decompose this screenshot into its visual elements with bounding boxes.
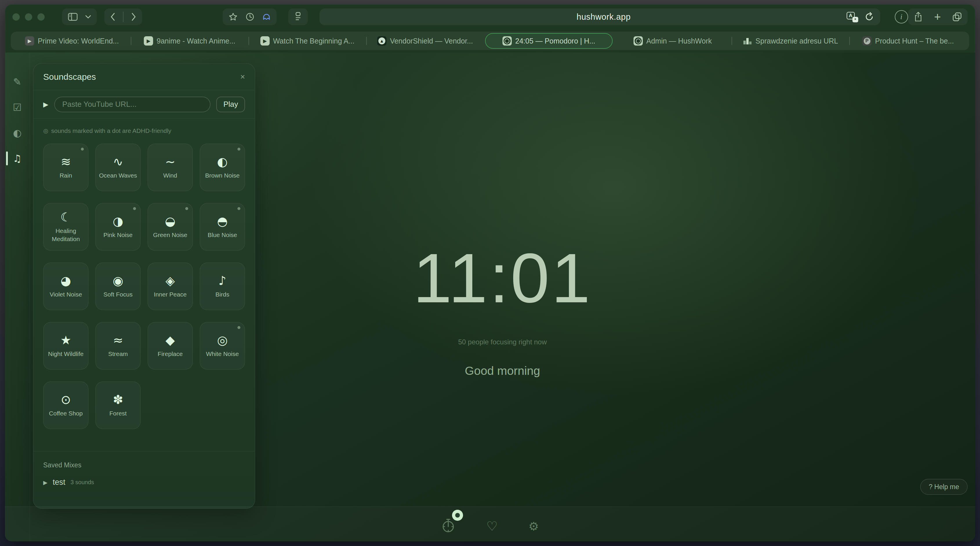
extension-icon[interactable] <box>262 13 271 21</box>
tab-favicon <box>25 36 34 46</box>
sound-tile-birds[interactable]: ♪ Birds <box>200 263 245 310</box>
forest-icon: ✽ <box>113 393 123 406</box>
soft-focus-icon: ◉ <box>113 274 124 287</box>
tab-overview-icon[interactable] <box>953 12 962 21</box>
play-button[interactable]: Play <box>216 97 245 112</box>
soundscapes-header: Soundscapes × <box>33 64 255 90</box>
browser-tab[interactable]: Watch The Beginning A... <box>248 32 366 50</box>
checkbox-icon: ☑ <box>13 102 21 113</box>
forward-button[interactable] <box>131 12 136 21</box>
close-icon[interactable]: × <box>240 73 245 81</box>
sound-tile-brown-noise[interactable]: ◐ Brown Noise <box>200 144 245 191</box>
sound-label: Stream <box>106 350 130 358</box>
close-window-button[interactable] <box>13 13 20 21</box>
bookmarks-star-icon[interactable] <box>229 12 238 21</box>
pink-noise-icon: ◑ <box>113 215 124 228</box>
tab-title: Watch The Beginning A... <box>273 37 355 45</box>
green-noise-icon: ◒ <box>165 215 176 228</box>
tab-favicon <box>743 36 752 46</box>
sidebar-item-tasks[interactable]: ☑ <box>5 101 30 114</box>
saved-mix-row[interactable]: ▶ test 3 sounds <box>33 469 255 487</box>
sound-tile-rain[interactable]: ≋ Rain <box>43 144 88 191</box>
share-icon[interactable] <box>914 11 923 22</box>
mix-play-icon[interactable]: ▶ <box>43 479 48 486</box>
sidebar-item-sounds[interactable]: ♫ <box>5 152 30 165</box>
soundscapes-title: Soundscapes <box>43 72 96 82</box>
sound-tile-stream[interactable]: ≈ Stream <box>95 322 141 370</box>
sound-tile-blue-noise[interactable]: ◓ Blue Noise <box>200 203 245 251</box>
favorites-button[interactable]: ♡ <box>486 520 498 533</box>
sound-tile-inner-peace[interactable]: ◈ Inner Peace <box>148 263 193 310</box>
reload-icon[interactable] <box>865 12 874 22</box>
tab-title: 24:05 — Pomodoro | H... <box>515 37 595 45</box>
sound-label: Violet Noise <box>47 291 84 299</box>
back-button[interactable] <box>110 12 115 21</box>
browser-tab[interactable]: 24:05 — Pomodoro | H... <box>485 33 612 49</box>
active-indicator <box>6 152 8 165</box>
address-bar[interactable]: hushwork.app A * <box>320 8 880 25</box>
night-wildlife-icon: ★ <box>60 334 71 347</box>
sidebar-toggle-icon[interactable] <box>68 13 78 21</box>
sound-label: Coffee Shop <box>47 409 85 417</box>
reader-list-icon[interactable] <box>294 12 302 22</box>
browser-tab[interactable]: 9anime - Watch Anime... <box>131 32 248 50</box>
ocean-waves-icon: ∿ <box>113 155 123 169</box>
minimize-window-button[interactable] <box>25 13 32 21</box>
bullseye-icon: ◎ <box>43 127 48 134</box>
sound-tile-white-noise[interactable]: ◎ White Noise <box>200 322 245 370</box>
tab-favicon <box>144 36 153 46</box>
chevron-down-icon[interactable] <box>85 15 91 19</box>
sound-tile-soft-focus[interactable]: ◉ Soft Focus <box>95 263 141 310</box>
translate-icon[interactable]: A * <box>846 12 858 22</box>
info-icon[interactable]: i <box>895 10 908 24</box>
sound-tile-wind[interactable]: ∼ Wind <box>148 144 193 191</box>
sidebar-item-notes[interactable]: ✎ <box>5 75 30 88</box>
sound-tile-coffee-shop[interactable]: ⊙ Coffee Shop <box>43 382 88 429</box>
sound-label: Green Noise <box>151 231 189 239</box>
browser-tab[interactable]: Admin — HushWork <box>614 32 732 50</box>
blue-noise-icon: ◓ <box>217 215 228 228</box>
zoom-window-button[interactable] <box>37 13 45 21</box>
pomodoro-timer-button[interactable] <box>441 518 455 535</box>
sound-tile-night-wildlife[interactable]: ★ Night Wildlife <box>43 322 88 370</box>
history-clock-icon[interactable] <box>245 12 255 21</box>
violet-noise-icon: ◕ <box>60 274 71 287</box>
sidebar-toggle-group <box>62 8 97 25</box>
browser-tab[interactable]: Sprawdzenie adresu URL <box>732 32 849 50</box>
play-triangle-icon: ▶ <box>43 101 48 108</box>
adhd-dot <box>237 207 240 210</box>
window-actions-group: + <box>908 8 967 25</box>
healing-meditation-icon: ☾ <box>60 211 71 224</box>
tab-title: VendorShield — Vendor... <box>390 37 473 45</box>
sound-tile-fireplace[interactable]: ◆ Fireplace <box>148 322 193 370</box>
mix-name: test <box>53 478 65 487</box>
sound-label: Fireplace <box>156 350 185 358</box>
help-me-button[interactable]: ? Help me <box>920 479 967 495</box>
sound-label: Healing Meditation <box>43 227 88 243</box>
page-content: ✎ ☑ ◐ ♫ Soundscapes × ▶ Play <box>5 53 975 541</box>
brown-noise-icon: ◐ <box>217 155 228 169</box>
sound-tile-green-noise[interactable]: ◒ Green Noise <box>148 203 193 251</box>
sound-tile-healing-meditation[interactable]: ☾ Healing Meditation <box>43 203 88 251</box>
browser-tab[interactable]: Product Hunt – The be... <box>849 32 967 50</box>
tab-title: Product Hunt – The be... <box>875 37 954 45</box>
adhd-dot <box>133 207 136 210</box>
shortcuts-group <box>223 8 277 25</box>
tab-title: Sprawdzenie adresu URL <box>756 37 838 45</box>
settings-button[interactable]: ⚙ <box>528 520 539 532</box>
new-tab-plus-icon[interactable]: + <box>934 11 941 22</box>
sound-tile-violet-noise[interactable]: ◕ Violet Noise <box>43 263 88 310</box>
sidebar-item-theme[interactable]: ◐ <box>5 126 30 139</box>
sound-tile-pink-noise[interactable]: ◑ Pink Noise <box>95 203 141 251</box>
sound-tile-forest[interactable]: ✽ Forest <box>95 382 141 429</box>
browser-window: hushwork.app A * i <box>5 4 975 541</box>
tab-favicon <box>377 36 387 46</box>
sound-tile-ocean-waves[interactable]: ∿ Ocean Waves <box>95 144 141 191</box>
sound-label: Birds <box>213 291 232 299</box>
browser-tab[interactable]: VendorShield — Vendor... <box>366 32 484 50</box>
url-text: hushwork.app <box>326 12 846 22</box>
youtube-url-input[interactable] <box>54 97 211 112</box>
browser-tab[interactable]: Prime Video: WorldEnd... <box>13 32 131 50</box>
adhd-dot <box>81 148 84 150</box>
fireplace-icon: ◆ <box>165 334 175 347</box>
